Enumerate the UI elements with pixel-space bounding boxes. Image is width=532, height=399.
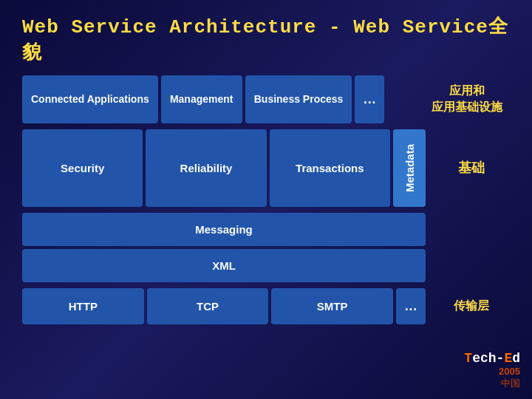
logo-year: 2005 [499,366,520,377]
management-box: Management [161,75,242,123]
middle-right-label: 基础 [429,129,510,207]
transactions-box: Transactions [270,129,390,207]
business-process-box: Business Process [245,75,352,123]
main-content: Connected Applications Management Busine… [0,75,532,324]
middle-boxes: Security Reliability Transactions Metada… [22,129,426,207]
slide-title: Web Service Architecture - Web Service全貌 [0,0,532,75]
top-row: Connected Applications Management Busine… [22,75,510,123]
tcp-box: TCP [147,288,269,324]
security-box: Security [22,129,143,207]
smtp-box: SMTP [271,288,393,324]
top-boxes: Connected Applications Management Busine… [22,75,420,123]
top-dots: … [355,75,384,123]
slide: Web Service Architecture - Web Service全貌… [0,0,532,399]
xml-box: XML [22,249,426,282]
transport-row: HTTP TCP SMTP … 传输层 [22,288,510,324]
messaging-box: Messaging [22,213,426,246]
transport-dots: … [396,288,426,324]
transport-right-label: 传输层 [429,291,510,321]
transport-boxes: HTTP TCP SMTP … [22,288,426,324]
metadata-box: Metadata [393,129,426,207]
logo-area: Tech-Ed 2005 中国 [464,351,520,390]
http-box: HTTP [22,288,144,324]
top-right-label: 应用和应用基础设施 [420,75,510,123]
reliability-box: Reliability [146,129,266,207]
bottom-section: Messaging XML [22,213,510,282]
logo-region: 中国 [501,377,520,390]
logo-brand: Tech-Ed [464,351,520,366]
connected-applications-box: Connected Applications [22,75,158,123]
middle-section: Security Reliability Transactions Metada… [22,129,510,207]
